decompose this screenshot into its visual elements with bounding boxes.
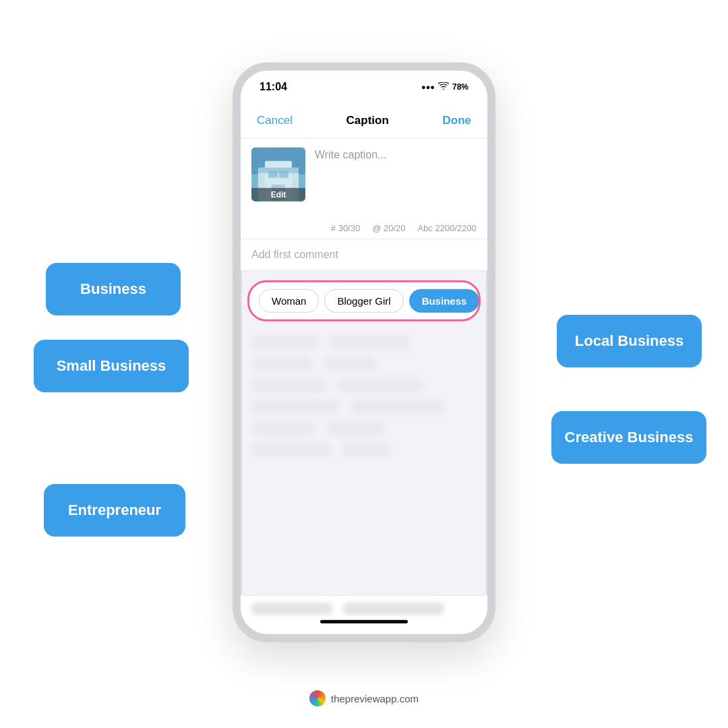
bottom-pill — [251, 603, 332, 615]
small-business-tag-button[interactable]: Small Business — [34, 340, 189, 392]
tag-bar-wrapper: Woman Blogger Girl Business Business Coa… — [241, 274, 487, 328]
svg-rect-4 — [258, 168, 299, 173]
watermark-text: thepreviewapp.com — [331, 693, 419, 704]
signal-icon: ●●● — [421, 83, 435, 91]
status-bar: 11:04 ●●● 78% — [241, 71, 487, 103]
tag-chip-business[interactable]: Business — [409, 289, 480, 313]
status-icons: ●●● 78% — [421, 82, 468, 92]
hashtag-pill — [251, 400, 339, 415]
tag-chip-blogger-girl[interactable]: Blogger Girl — [324, 289, 403, 313]
svg-rect-6 — [279, 171, 289, 178]
creative-business-tag-label: Creative Business — [565, 429, 694, 446]
edit-overlay[interactable]: Edit — [251, 188, 305, 202]
caption-input[interactable]: Write caption... — [315, 148, 477, 210]
color-wheel-icon — [309, 690, 326, 706]
hashtag-pill — [350, 400, 444, 415]
hashtag-pill — [330, 335, 411, 350]
post-thumbnail[interactable]: Edit — [251, 148, 305, 202]
hashtag-pill — [251, 357, 312, 371]
business-tag-button[interactable]: Business — [46, 263, 181, 315]
nav-title: Caption — [346, 113, 389, 127]
phone-mockup: 11:04 ●●● 78% Cancel Caption — [233, 63, 495, 642]
entrepreneur-tag-label: Entrepreneur — [68, 502, 161, 519]
hashtag-counter: # 30/30 — [331, 223, 360, 233]
first-comment-placeholder: Add first comment — [251, 249, 338, 260]
first-comment-field[interactable]: Add first comment — [241, 239, 487, 271]
creative-business-tag-button[interactable]: Creative Business — [551, 411, 706, 464]
nav-bar: Cancel Caption Done — [241, 103, 487, 138]
hashtag-pill — [251, 335, 319, 350]
hashtag-pill — [251, 378, 326, 393]
tag-chip-woman[interactable]: Woman — [259, 289, 319, 313]
caption-placeholder: Write caption... — [315, 149, 386, 160]
done-button[interactable]: Done — [442, 113, 471, 127]
hashtag-suggestions — [241, 328, 487, 464]
entrepreneur-tag-button[interactable]: Entrepreneur — [44, 484, 185, 537]
home-indicator — [320, 620, 408, 624]
cancel-button[interactable]: Cancel — [257, 113, 293, 127]
status-time: 11:04 — [260, 81, 287, 93]
wifi-icon — [438, 82, 449, 92]
battery-icon: 78% — [452, 82, 468, 92]
watermark: thepreviewapp.com — [309, 690, 419, 706]
counter-bar: # 30/30 @ 20/20 Abc 2200/2200 — [241, 219, 487, 239]
local-business-tag-button[interactable]: Local Business — [557, 315, 702, 367]
battery-level: 78 — [452, 82, 461, 92]
hashtag-pill — [326, 421, 386, 436]
tag-chip-list: Woman Blogger Girl Business Business Coa… — [247, 280, 481, 322]
caption-area: Edit Write caption... — [241, 138, 487, 219]
hashtag-pill — [251, 421, 315, 436]
phone-shell: 11:04 ●●● 78% Cancel Caption — [233, 63, 495, 642]
small-business-tag-label: Small Business — [57, 357, 166, 375]
hashtag-pill — [251, 443, 331, 458]
local-business-tag-label: Local Business — [575, 332, 684, 350]
bottom-text-row — [251, 603, 477, 615]
hashtag-pill — [342, 443, 390, 458]
char-counter: Abc 2200/2200 — [418, 223, 477, 233]
mention-counter: @ 20/20 — [372, 223, 405, 233]
hashtag-pill — [323, 357, 377, 371]
hashtag-pill — [336, 378, 424, 393]
bottom-bar — [241, 595, 487, 634]
business-tag-label: Business — [80, 280, 146, 298]
bottom-pill — [343, 603, 444, 615]
svg-rect-5 — [268, 171, 278, 178]
